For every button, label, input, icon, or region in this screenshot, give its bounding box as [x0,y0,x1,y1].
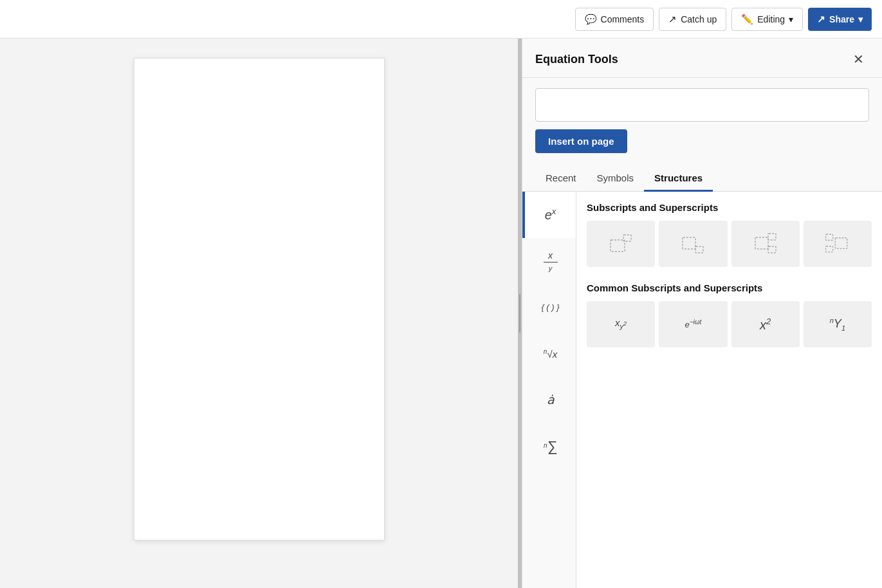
superscript-symbol: ex [545,207,556,223]
svg-rect-8 [825,246,832,252]
common-item-1[interactable]: xy2 [587,301,655,347]
svg-rect-4 [755,237,768,249]
summation-symbol: n∑ [544,437,557,456]
cat-item-superscript[interactable]: ex [522,192,576,238]
panel-title: Equation Tools [535,53,618,66]
svg-rect-6 [768,246,776,253]
cat-item-fraction[interactable]: x y [522,238,576,284]
tab-bar: Recent Symbols Structures [522,166,882,192]
chevron-down-icon: ▾ [789,14,793,24]
equation-tools-panel: Equation Tools ✕ Insert on page Recent S… [522,39,882,588]
panel-body: ex x y { ( ) } n√x [522,192,882,588]
svg-rect-0 [611,240,625,252]
close-button[interactable]: ✕ [848,49,869,69]
common-grid: xy2 e−iωt x2 [587,301,872,347]
panel-header: Equation Tools ✕ [522,39,882,78]
structure-item-3[interactable] [731,221,800,267]
main-content: Equation Tools ✕ Insert on page Recent S… [0,39,882,588]
structure-item-1[interactable] [587,221,655,267]
editing-label: Editing [757,14,785,24]
catchup-label: Catch up [681,14,717,24]
structure-item-2[interactable] [659,221,727,267]
tab-structures[interactable]: Structures [644,166,713,192]
accent-symbol: ȧ [547,392,555,409]
editing-button[interactable]: ✏️ Editing ▾ [731,8,803,31]
cat-item-brackets[interactable]: { ( ) } [522,284,576,331]
structure-item-4[interactable] [804,221,872,267]
equation-input[interactable] [535,88,869,122]
section-title-subscripts: Subscripts and Superscripts [587,202,872,213]
tab-symbols[interactable]: Symbols [587,166,645,192]
panel-divider[interactable] [518,39,522,588]
section-title-common: Common Subscripts and Superscripts [587,282,872,293]
cat-item-summation[interactable]: n∑ [522,423,576,470]
common-symbol-3: x2 [760,317,771,333]
common-symbol-1: xy2 [615,317,627,331]
document-page [134,58,385,540]
comments-icon: 💬 [585,14,597,25]
brackets-symbol: { ( ) } [541,302,559,313]
common-symbol-2: e−iωt [684,318,701,330]
comments-label: Comments [601,14,645,24]
subscripts-grid [587,221,872,267]
cat-item-accent[interactable]: ȧ [522,377,576,423]
category-content: Subscripts and Superscripts [576,192,882,588]
category-sidebar: ex x y { ( ) } n√x [522,192,576,588]
catchup-button[interactable]: ↗ Catch up [659,8,726,31]
pencil-icon: ✏️ [741,14,753,25]
common-item-2[interactable]: e−iωt [659,301,727,347]
common-item-3[interactable]: x2 [731,301,800,347]
insert-on-page-button[interactable]: Insert on page [535,129,627,153]
common-item-4[interactable]: nY1 [804,301,872,347]
tab-recent[interactable]: Recent [535,166,587,192]
cat-item-radical[interactable]: n√x [522,331,576,377]
svg-rect-5 [768,234,776,240]
share-label: Share [829,14,854,24]
chevron-down-icon-share: ▾ [858,14,863,24]
svg-rect-7 [825,234,832,240]
common-symbol-4: nY1 [830,317,845,333]
fraction-symbol: x y [544,250,558,273]
document-area [0,39,518,588]
share-button[interactable]: ↗ Share ▾ [808,8,872,31]
comments-button[interactable]: 💬 Comments [575,8,654,31]
svg-rect-2 [683,237,695,249]
radical-symbol: n√x [544,347,557,361]
svg-rect-3 [695,246,703,253]
share-icon: ↗ [817,14,825,25]
catchup-icon: ↗ [668,14,677,25]
svg-rect-9 [835,238,847,249]
top-bar: 💬 Comments ↗ Catch up ✏️ Editing ▾ ↗ Sha… [0,0,882,39]
